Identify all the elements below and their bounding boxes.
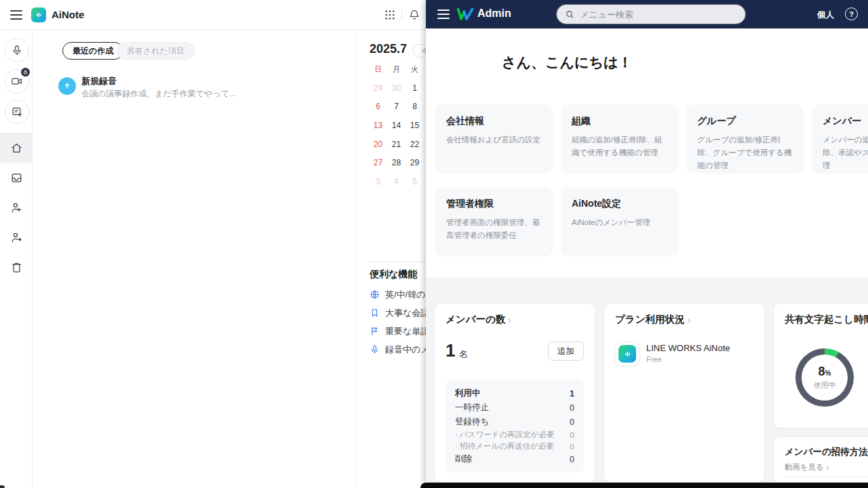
status-row-password-reset: · パスワードの再設定が必要0	[455, 429, 574, 441]
calendar-day[interactable]: 29	[369, 79, 387, 98]
calendar-day[interactable]: 29	[406, 153, 424, 172]
status-row-pending: 登録待ち0	[455, 415, 574, 429]
admin-brand: Admin	[477, 7, 511, 20]
widget-plan-usage: プラン利用状況 › LINE WORKS AiNote Free	[604, 303, 765, 483]
card-company-info[interactable]: 会社情報 会社情報および言語の設定	[435, 104, 553, 174]
calendar-day[interactable]: 28	[387, 153, 406, 172]
calendar-grid: 29301267891314151620212223272829303456	[369, 79, 426, 191]
admin-menu-cards: 会社情報 会社情報および言語の設定 組織 組織の追加/修正/削除、組織で使用する…	[435, 104, 868, 256]
calendar-day[interactable]: 22	[406, 135, 424, 154]
divider	[370, 262, 426, 262]
search-icon	[565, 9, 574, 19]
widget-title-link[interactable]: プラン利用状況 ›	[615, 313, 690, 326]
calendar-day[interactable]: 6	[369, 98, 387, 117]
feature-memo[interactable]: 録音中のメモ作成	[370, 340, 426, 359]
personal-mode-button[interactable]: 個人	[817, 9, 834, 21]
sidebar-item-home[interactable]	[0, 133, 33, 163]
weekday-label: 月	[387, 64, 406, 75]
card-member[interactable]: メンバー メンバーの追加/修正/削除、承認やステータスの管理	[812, 104, 868, 174]
calendar-day[interactable]: 3	[369, 172, 387, 191]
card-organization[interactable]: 組織 組織の追加/修正/削除、組織で使用する機能の管理	[561, 104, 678, 174]
bell-icon[interactable]	[408, 9, 420, 21]
invite-guide-title[interactable]: メンバーの招待方法について	[785, 446, 868, 458]
feature-bookmark[interactable]: 大事な会話のブックマーク	[370, 304, 426, 322]
calendar-day[interactable]: 27	[369, 153, 387, 172]
calendar-day[interactable]: 5	[406, 172, 424, 191]
ainote-window: AiNote	[0, 0, 426, 488]
bookmark-icon	[370, 308, 380, 318]
calendar-day[interactable]: 13	[369, 116, 387, 135]
app-title: AiNote	[52, 9, 84, 20]
member-count: 1	[446, 340, 455, 361]
divider	[401, 9, 402, 20]
status-row-invite-resend: · 招待メールの再送信が必要0	[455, 441, 574, 452]
upload-icon	[58, 77, 76, 95]
usage-donut-label: 8% 使用中	[795, 348, 854, 407]
calendar-day[interactable]: 20	[369, 135, 387, 154]
chevron-right-icon: ›	[508, 314, 511, 325]
sidebar-item-shared-with-me[interactable]	[0, 192, 33, 222]
help-icon[interactable]: ?	[845, 7, 858, 20]
globe-icon	[370, 289, 380, 300]
recent-item[interactable]: 新規録音 会議の議事録作成、まだ手作業でやって...	[57, 73, 342, 102]
calendar-day[interactable]: 21	[387, 135, 406, 154]
recent-item-title: 新規録音	[81, 75, 117, 87]
features-title: 便利な機能	[370, 268, 417, 281]
greeting-text: さん、こんにちは！	[502, 53, 632, 72]
record-video-button[interactable]	[5, 69, 29, 94]
lineworks-logo-icon	[456, 6, 474, 22]
window-corner	[0, 485, 5, 488]
widget-title-link[interactable]: メンバーの数 ›	[446, 313, 511, 326]
sidebar-item-inbox[interactable]	[0, 163, 33, 192]
flag-icon	[370, 326, 380, 336]
recent-item-subtitle: 会議の議事録作成、まだ手作業でやって...	[81, 88, 236, 100]
app-launcher-icon[interactable]	[384, 9, 396, 21]
weekday-label: 日	[369, 64, 387, 75]
plan-app-name: LINE WORKS AiNote	[646, 343, 730, 353]
status-row-deleted: 削除0	[455, 452, 574, 466]
divider	[785, 476, 868, 477]
watch-video-link[interactable]: 動画を見る ›	[785, 462, 829, 472]
calendar-day[interactable]: 1	[406, 79, 424, 98]
feature-keywords[interactable]: 重要な単語/文章の登録	[370, 322, 426, 340]
member-status-panel: 利用中1 一時停止0 登録待ち0 · パスワードの再設定が必要0 · 招待メール…	[446, 380, 584, 472]
widget-title-link[interactable]: 共有文字起こし時間 ›	[785, 313, 868, 326]
weekday-label: 火	[406, 64, 424, 75]
calendar-day[interactable]: 7	[387, 98, 406, 117]
search-input[interactable]	[580, 9, 737, 20]
tab-recent-creations[interactable]: 最近の作成	[62, 42, 123, 60]
new-note-button[interactable]	[5, 100, 29, 124]
calendar-day[interactable]: 14	[387, 116, 406, 135]
divider	[356, 30, 357, 488]
card-group[interactable]: グループ グループの追加/修正/削除、グループで使用する機能の管理	[686, 104, 804, 174]
mic-icon	[370, 344, 380, 354]
add-member-button[interactable]: 追加	[548, 342, 584, 361]
tab-shared-items[interactable]: 共有された項目	[117, 42, 195, 60]
calendar-title: 2025.7	[370, 42, 407, 56]
widget-transcription-time: 共有文字起こし時間 › 8% 使用中	[773, 303, 868, 428]
calendar-day[interactable]: 8	[406, 98, 424, 117]
admin-window: Admin 個人 ? さん、こんにちは！ 会社情報 会社情報および言語の設定 組…	[426, 0, 868, 483]
features-list: 英/中/韓の文字起こし 大事な会話のブックマーク 重要な単語/文章の登録 録音中…	[370, 285, 426, 359]
chevron-right-icon: ›	[688, 314, 691, 325]
record-audio-button[interactable]	[5, 38, 29, 62]
calendar-day[interactable]: 4	[387, 172, 406, 191]
chevron-right-icon: ›	[826, 462, 829, 472]
ainote-app-icon	[615, 342, 639, 366]
menu-icon[interactable]	[10, 10, 22, 20]
sidebar-item-shared-by-me[interactable]	[0, 222, 33, 252]
calendar-day[interactable]: 30	[387, 79, 406, 98]
calendar-day[interactable]: 15	[406, 116, 424, 135]
today-button[interactable]: 今日	[413, 44, 426, 58]
card-admin-rights[interactable]: 管理者権限 管理者画面の権限管理、最高管理者の権限委任	[435, 187, 553, 256]
sidebar-item-trash[interactable]	[0, 252, 33, 282]
window-bottom-edge	[420, 483, 868, 488]
menu-icon[interactable]	[437, 9, 450, 19]
card-ainote-settings[interactable]: AiNote設定 AiNoteのメンバー管理	[561, 187, 678, 256]
member-count-unit: 名	[459, 348, 468, 361]
status-row-suspended: 一時停止0	[455, 401, 574, 415]
widget-invite-guide: メンバーの招待方法について 動画を見る ›	[773, 436, 868, 483]
feature-transcription[interactable]: 英/中/韓の文字起こし	[370, 285, 426, 304]
plan-tier: Free	[646, 355, 662, 363]
ainote-sidebar	[0, 30, 33, 488]
